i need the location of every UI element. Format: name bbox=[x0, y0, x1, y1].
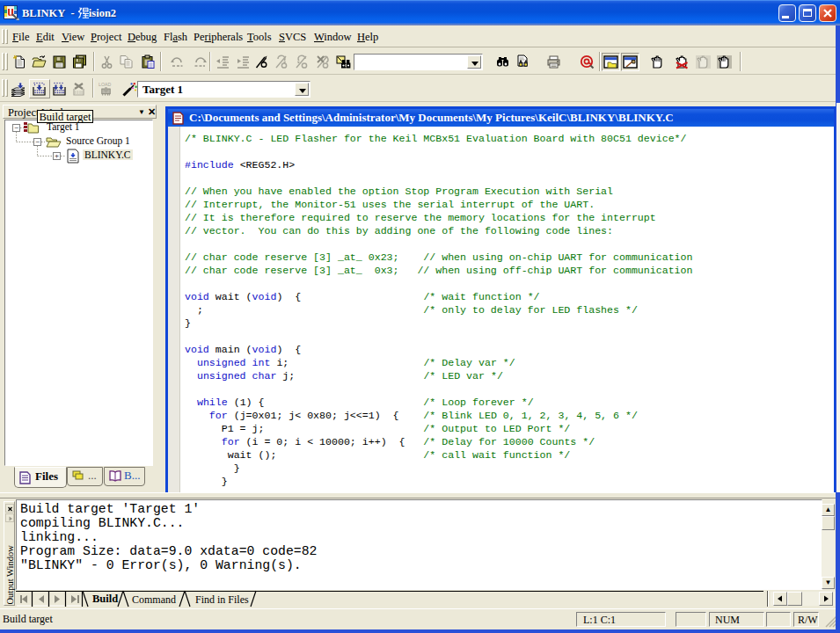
svg-text:LOAD: LOAD bbox=[99, 82, 111, 87]
